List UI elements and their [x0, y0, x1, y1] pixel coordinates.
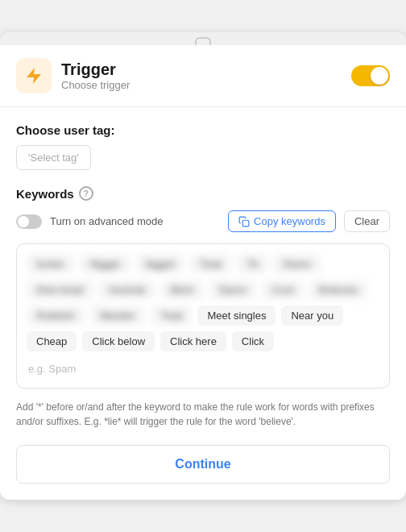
keyword-tag[interactable]: Asshole	[99, 280, 155, 300]
keyword-tag-click[interactable]: Click	[232, 331, 274, 351]
keyword-tag-cheap[interactable]: Cheap	[27, 331, 77, 351]
trigger-icon	[16, 58, 52, 94]
keyword-tag[interactable]: Twat	[190, 254, 231, 274]
select-tag-dropdown[interactable]: 'Select tag'	[16, 145, 91, 170]
keyword-input-placeholder[interactable]: e.g. Spam	[27, 360, 379, 378]
advanced-mode-toggle[interactable]	[16, 214, 42, 229]
keyword-tag[interactable]: Damn	[209, 280, 257, 300]
header: Trigger Choose trigger	[0, 45, 406, 107]
copy-keywords-button[interactable]: Copy keywords	[228, 210, 336, 232]
keywords-grid: fucker Nigger faggot Twat Tit Damn Dick-…	[27, 254, 379, 351]
advanced-mode-label: Turn on advanced mode	[50, 215, 163, 227]
keyword-tag[interactable]: faggot	[136, 254, 184, 274]
keyword-tag-near-you[interactable]: Near you	[281, 305, 343, 326]
header-toggle[interactable]	[351, 65, 390, 86]
keyword-tag-click-below[interactable]: Click below	[82, 331, 155, 351]
keyword-tag[interactable]: Nigger	[80, 254, 130, 274]
keywords-box: fucker Nigger faggot Twat Tit Damn Dick-…	[16, 243, 390, 389]
svg-rect-0	[242, 220, 249, 227]
keyword-tag-meet-singles[interactable]: Meet singles	[197, 305, 276, 326]
page-title: Trigger	[61, 60, 130, 79]
keyword-tag[interactable]: Rubbish	[27, 305, 85, 326]
top-connector	[195, 37, 211, 45]
keyword-tag[interactable]: Tit	[237, 254, 267, 274]
clear-button[interactable]: Clear	[344, 210, 390, 232]
copy-keywords-label: Copy keywords	[254, 215, 325, 227]
keyword-tag[interactable]: Cunt	[262, 280, 303, 300]
continue-button[interactable]: Continue	[16, 445, 390, 484]
user-tag-label: Choose user tag:	[16, 123, 390, 137]
keyword-tag-click-here[interactable]: Click here	[160, 331, 226, 351]
keyword-tag[interactable]: Dick-head	[27, 280, 93, 300]
keyword-tag[interactable]: Bollocks	[309, 280, 367, 300]
keyword-tag[interactable]: fucker	[27, 254, 74, 274]
keyword-tag[interactable]: Wanker	[90, 305, 145, 326]
keyword-tag[interactable]: Damn	[273, 254, 321, 274]
page-subtitle: Choose trigger	[61, 79, 130, 91]
help-icon[interactable]: ?	[79, 186, 93, 201]
info-text: Add '*' before or/and after the keyword …	[16, 400, 390, 429]
keywords-title: Keywords	[16, 187, 74, 201]
keyword-tag[interactable]: Twat	[151, 305, 192, 326]
keyword-tag[interactable]: Bitch	[161, 280, 204, 300]
